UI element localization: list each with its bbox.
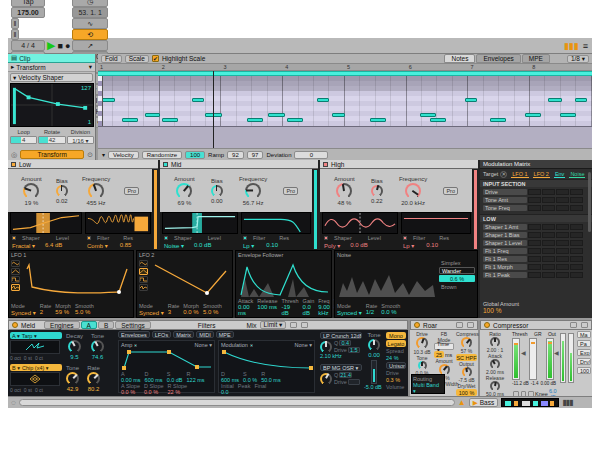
mix-tone-knob[interactable]: Tone0.00	[364, 332, 384, 358]
band-low-header[interactable]: Low	[8, 160, 158, 169]
res-value[interactable]: 0.10	[266, 242, 278, 249]
mod-route-select[interactable]: None ▾	[295, 342, 312, 348]
st-value[interactable]: 0 st	[24, 387, 32, 393]
shaper-type-select[interactable]: Fractal ▾	[12, 242, 35, 249]
filter-b-drive[interactable]	[348, 379, 360, 385]
filter-a-q[interactable]: 0.4	[339, 340, 351, 346]
filter-display[interactable]	[401, 212, 471, 234]
matrix-cell[interactable]	[542, 264, 555, 270]
envelope-follower-param[interactable]: Freq9.00 kHz	[318, 298, 330, 316]
midi-note[interactable]	[465, 98, 477, 102]
sc-hpf-button[interactable]: SC HPF	[456, 354, 477, 361]
attack-knob[interactable]	[490, 359, 500, 369]
matrix-row-label[interactable]: Flt 1 Freq	[483, 248, 527, 254]
pro-button[interactable]: Pro	[443, 187, 458, 195]
res-value[interactable]: 0.10	[426, 242, 438, 249]
overview-toggle-icon[interactable]: ◌	[11, 398, 16, 407]
pro-button[interactable]: Pro	[283, 187, 298, 195]
matrix-cell[interactable]	[570, 264, 583, 270]
env-section-tab[interactable]: MIDI	[196, 331, 214, 338]
loop-value[interactable]: 4	[10, 136, 37, 144]
amp-slope-param[interactable]: D Slope0.0 %	[144, 383, 164, 395]
noise-rate[interactable]: Rate1/2	[366, 303, 378, 316]
meld-tab[interactable]: Settings	[115, 321, 151, 329]
save-preset-icon[interactable]	[301, 322, 308, 328]
limit-select[interactable]: Limit ▾	[260, 321, 287, 329]
amp-envelope-curve[interactable]	[121, 349, 214, 371]
matrix-cell[interactable]	[556, 224, 569, 230]
play-button[interactable]: ▶	[47, 39, 55, 52]
midi-note[interactable]	[192, 98, 204, 102]
unison-select[interactable]: Unison ▾	[386, 362, 406, 369]
velocity-shaper-graph[interactable]: 127 1	[10, 83, 94, 127]
record-button[interactable]: ●	[65, 41, 70, 51]
compressor-side-control[interactable]: Ma	[577, 331, 591, 338]
routing-select[interactable]: Multi Band ▾	[413, 382, 443, 394]
noise-type-option[interactable]: Brown	[439, 283, 475, 290]
filter-display[interactable]	[241, 212, 311, 234]
refresh-icon[interactable]: ◎	[11, 151, 17, 159]
track-selector[interactable]: ▶ Bass	[469, 398, 498, 407]
band-scrollbar[interactable]	[473, 169, 478, 250]
lfo-smooth[interactable]: Smooth5.0 %	[203, 303, 222, 316]
randomize-button[interactable]: Randomize	[142, 151, 182, 159]
filter-a-freq-value[interactable]: 2.10 kHz	[320, 353, 342, 359]
clip-title-bar[interactable]: ▤Clip	[8, 54, 95, 63]
noise-mode[interactable]: ModeSynced ▾	[337, 303, 362, 316]
device-on-toggle[interactable]	[484, 322, 490, 328]
piano-roll[interactable]: 12345678	[98, 64, 592, 148]
mix-level-slider[interactable]	[371, 360, 377, 384]
matrix-row-label[interactable]: Flt 1 Peak	[483, 272, 527, 278]
bias-knob-group[interactable]: Bias0.00	[211, 178, 223, 204]
filter-display[interactable]	[85, 212, 151, 234]
env-section-tab[interactable]: MPE	[216, 331, 234, 338]
filter-type-select[interactable]: Comb ▾	[87, 242, 108, 249]
matrix-cell[interactable]	[556, 248, 569, 254]
amount-knob-group[interactable]: Amount19 %	[21, 176, 42, 206]
env-section-tab[interactable]: LFOs	[152, 331, 171, 338]
ramp-start-value[interactable]: 92	[227, 151, 244, 159]
transport-control[interactable]: ∿	[72, 18, 108, 29]
lfo-morph[interactable]: Morph0.0 %	[183, 303, 199, 316]
transform-apply-button[interactable]: Transform	[20, 150, 84, 159]
level-value[interactable]: 6.4 dB	[45, 242, 62, 249]
amp-adsr-param[interactable]: S0.0 dB	[167, 371, 183, 383]
band-mid-header[interactable]: Mid	[160, 160, 318, 169]
hot-swap-icon[interactable]	[570, 322, 577, 328]
scale-button[interactable]: Scale	[125, 55, 149, 63]
global-amount-value[interactable]: 100 %	[483, 307, 501, 314]
compressor-side-control[interactable]: Exp	[577, 349, 591, 356]
cycle-icon[interactable]: ⊙	[87, 151, 93, 159]
shaper-display[interactable]	[162, 212, 238, 234]
amount-knob-group[interactable]: Amount48 %	[334, 176, 355, 206]
compressor-side-control[interactable]: Dry/W	[577, 358, 591, 365]
envelope-follower-display[interactable]	[238, 259, 331, 299]
matrix-cell[interactable]	[556, 205, 569, 211]
matrix-cell[interactable]	[528, 240, 541, 246]
filter-type-select[interactable]: Lp ▾	[403, 242, 414, 249]
matrix-cell[interactable]	[542, 205, 555, 211]
res-value[interactable]: 0.85	[120, 242, 132, 249]
midi-note[interactable]	[332, 113, 345, 117]
meter-value[interactable]: 0.00 dB	[540, 381, 556, 386]
midi-note[interactable]	[525, 113, 541, 117]
midi-note[interactable]	[287, 118, 303, 122]
meld-tab[interactable]: A	[81, 321, 97, 329]
note-grid[interactable]	[98, 76, 592, 126]
matrix-source-tab[interactable]: LFO 1	[511, 171, 528, 178]
shaper-display[interactable]	[10, 212, 82, 234]
amp-adsr-param[interactable]: R122 ms	[187, 371, 205, 383]
engine-b-select[interactable]: B ▾Chip (x4) ▾	[10, 364, 62, 371]
matrix-cell[interactable]	[570, 232, 583, 238]
transport-control[interactable]: 4 / 4	[11, 40, 45, 51]
engine-a-select[interactable]: A ▾Tarp ▾	[10, 332, 62, 339]
matrix-cell[interactable]	[556, 256, 569, 262]
matrix-cell[interactable]	[528, 248, 541, 254]
arrangement-scrollbar[interactable]	[19, 399, 455, 406]
frequency-knob-group[interactable]: Frequency20.0 kHz	[399, 176, 427, 206]
filter-a-drive[interactable]: 1.5	[348, 347, 360, 353]
editor-tab[interactable]: MPE	[522, 54, 550, 63]
st-value[interactable]: 0 st	[24, 355, 32, 361]
clear-target-icon[interactable]: ✕	[500, 171, 507, 178]
transport-control[interactable]: ‖	[11, 29, 19, 40]
